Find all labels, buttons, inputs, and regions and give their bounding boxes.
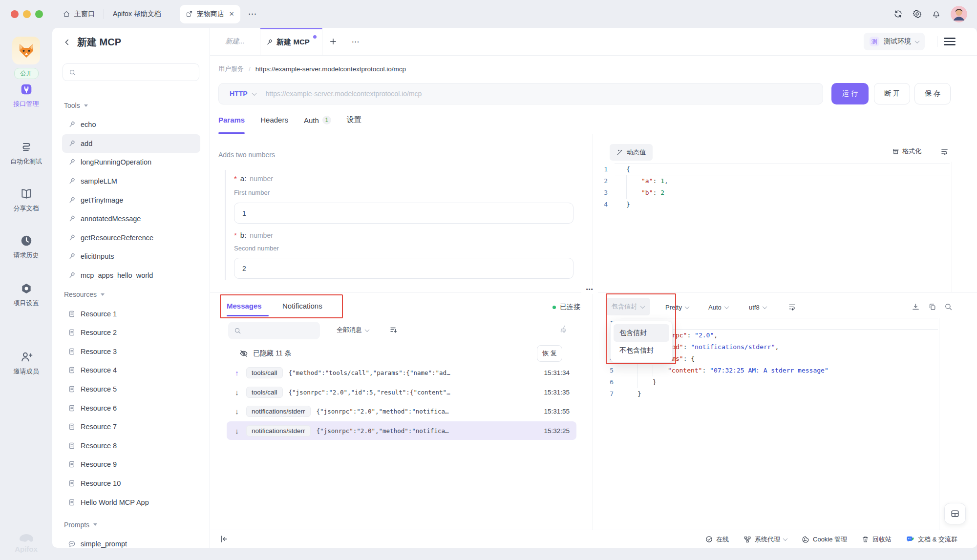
tree-search-input[interactable] bbox=[63, 63, 199, 81]
dynamic-value-button[interactable]: 动态值 bbox=[610, 144, 653, 161]
tab-params[interactable]: Params bbox=[218, 116, 245, 124]
field-b-input[interactable]: 2 bbox=[234, 258, 573, 279]
tab-messages[interactable]: Messages bbox=[227, 302, 262, 310]
tree-item[interactable]: elicitInputs bbox=[62, 247, 200, 266]
url-input[interactable]: HTTP https://example-server.modelcontext… bbox=[218, 83, 823, 104]
recycle-bin[interactable]: 回收站 bbox=[862, 535, 892, 544]
search-icon[interactable] bbox=[944, 303, 953, 311]
tree-item[interactable]: Resource 3 bbox=[62, 342, 200, 361]
charset-select[interactable]: utf8 bbox=[749, 304, 766, 311]
minimize-window-button[interactable] bbox=[23, 10, 31, 18]
home-tab[interactable]: 主窗口 bbox=[63, 10, 95, 19]
tree-item[interactable]: longRunningOperation bbox=[62, 153, 200, 172]
run-button[interactable]: 运 行 bbox=[831, 83, 869, 104]
tree-item[interactable]: Resource 10 bbox=[62, 474, 200, 493]
message-row[interactable]: ↓notifications/stderr{"jsonrpc":"2.0","m… bbox=[227, 421, 576, 440]
request-json-code[interactable]: 1{2"a": 1,3"b": 24} bbox=[593, 164, 950, 210]
tree-item[interactable]: mcp_apps_hello_world bbox=[62, 266, 200, 285]
close-tab-icon[interactable]: ✕ bbox=[229, 10, 234, 18]
field-a-input[interactable]: 1 bbox=[234, 203, 573, 224]
envelope-dropdown-button[interactable]: 包含信封 bbox=[606, 298, 650, 315]
tab-headers[interactable]: Headers bbox=[260, 116, 288, 124]
titlebar-more-button[interactable]: ⋯ bbox=[248, 9, 257, 19]
split-drag-handle[interactable]: ⋯ bbox=[581, 285, 598, 294]
dropdown-option[interactable]: 不包含信封 bbox=[614, 342, 669, 359]
maximize-window-button[interactable] bbox=[35, 10, 43, 18]
add-tab-button[interactable] bbox=[326, 35, 340, 48]
breadcrumb-root[interactable]: 用户服务 bbox=[218, 64, 244, 73]
collapse-left-icon[interactable] bbox=[220, 535, 229, 543]
tree-section-prompts[interactable]: Prompts bbox=[62, 515, 200, 535]
tree-item[interactable]: Resource 9 bbox=[62, 455, 200, 474]
word-wrap-icon[interactable] bbox=[940, 147, 949, 156]
tree-item[interactable]: annotatedMessage bbox=[62, 209, 200, 228]
message-row[interactable]: ↑tools/call{"method":"tools/call","param… bbox=[227, 363, 576, 382]
tab-auth[interactable]: Auth1 bbox=[304, 116, 331, 124]
sort-messages-icon[interactable] bbox=[389, 326, 398, 334]
help-doc-tab[interactable]: Apifox 帮助文档 bbox=[113, 10, 161, 19]
sidebar-item-api-manage[interactable]: 接口管理 bbox=[0, 83, 52, 108]
format-button[interactable]: 格式化 bbox=[892, 147, 921, 156]
copy-icon[interactable] bbox=[928, 303, 936, 311]
clear-messages-icon[interactable] bbox=[559, 325, 568, 334]
tree-item[interactable]: getResourceReference bbox=[62, 228, 200, 248]
save-button[interactable]: 保 存 bbox=[914, 83, 951, 104]
tree-item[interactable]: Resource 6 bbox=[62, 398, 200, 417]
tree-item[interactable]: getTinyImage bbox=[62, 190, 200, 209]
tree-item[interactable]: Hello World MCP App bbox=[62, 493, 200, 512]
encoding-select[interactable]: Auto bbox=[708, 304, 728, 311]
system-proxy[interactable]: 系统代理 bbox=[743, 535, 787, 544]
message-row[interactable]: ↓tools/call{"jsonrpc":"2.0","id":5,"resu… bbox=[227, 383, 576, 401]
layout-toggle-button[interactable] bbox=[944, 503, 966, 524]
tree-item[interactable]: Resource 1 bbox=[62, 304, 200, 323]
doc-tab-active[interactable]: 新建 MCP bbox=[260, 28, 322, 55]
message-row[interactable]: ↓notifications/stderr{"jsonrpc":"2.0","m… bbox=[227, 402, 576, 420]
doc-tab-new[interactable]: 新建... bbox=[210, 28, 260, 55]
browser-tab-petstore[interactable]: 宠物商店 ✕ bbox=[180, 5, 240, 23]
message-filter-select[interactable]: 全部消息 bbox=[337, 326, 369, 334]
messages-search-input[interactable] bbox=[228, 322, 320, 339]
tab-settings[interactable]: 设置 bbox=[347, 115, 361, 124]
sidebar-item-share-doc[interactable]: 分享文档 bbox=[0, 187, 52, 213]
cookie-manager[interactable]: Cookie 管理 bbox=[802, 535, 847, 544]
method-select[interactable]: HTTP bbox=[230, 90, 248, 98]
tree-item[interactable]: Resource 4 bbox=[62, 361, 200, 380]
breadcrumb-url[interactable]: https://example-server.modelcontextproto… bbox=[255, 65, 406, 73]
avatar[interactable] bbox=[951, 6, 967, 22]
sidebar-item-invite-member[interactable]: 邀请成员 bbox=[0, 351, 52, 376]
notifications-bell-icon[interactable] bbox=[932, 9, 941, 19]
tab-notifications[interactable]: Notifications bbox=[282, 302, 322, 310]
window-controls[interactable] bbox=[11, 10, 43, 18]
request-editor-scrollbar[interactable] bbox=[952, 162, 966, 292]
online-status[interactable]: 在线 bbox=[705, 535, 729, 544]
dropdown-option[interactable]: 包含信封 bbox=[614, 324, 669, 342]
close-window-button[interactable] bbox=[11, 10, 19, 18]
tree-item[interactable]: Resource 7 bbox=[62, 417, 200, 436]
pretty-select[interactable]: Pretty bbox=[665, 304, 689, 311]
tree-item[interactable]: Resource 8 bbox=[62, 436, 200, 456]
tree-item[interactable]: Resource 5 bbox=[62, 380, 200, 399]
sidebar-item-project-settings[interactable]: 项目设置 bbox=[0, 282, 52, 308]
tabbar-more-button[interactable]: ⋯ bbox=[349, 35, 362, 48]
disconnect-button[interactable]: 断 开 bbox=[874, 83, 910, 104]
sidebar-item-history[interactable]: 请求历史 bbox=[0, 234, 52, 260]
tree-section-resources[interactable]: Resources bbox=[62, 285, 200, 304]
settings-gear-icon[interactable] bbox=[913, 9, 922, 19]
docs-community[interactable]: 文档 & 交流群 bbox=[906, 535, 957, 544]
menu-hamburger-icon[interactable] bbox=[944, 36, 956, 47]
tree-section-tools[interactable]: Tools bbox=[62, 96, 200, 115]
restore-button[interactable]: 恢 复 bbox=[537, 345, 562, 362]
tree-item[interactable]: add bbox=[62, 134, 200, 153]
download-icon[interactable] bbox=[912, 303, 920, 311]
tree-item[interactable]: Resource 2 bbox=[62, 323, 200, 342]
word-wrap-icon[interactable] bbox=[788, 303, 796, 311]
tree-item[interactable]: sampleLLM bbox=[62, 172, 200, 191]
environment-selector[interactable]: 测 测试环境 bbox=[864, 33, 925, 50]
sync-icon[interactable] bbox=[893, 9, 903, 19]
project-logo[interactable] bbox=[12, 37, 40, 64]
sidebar-item-automation[interactable]: 自动化测试 bbox=[0, 141, 52, 166]
tree-item[interactable]: echo bbox=[62, 115, 200, 134]
tree-item[interactable]: simple_prompt bbox=[62, 535, 200, 548]
response-editor-scrollbar[interactable] bbox=[939, 318, 954, 530]
back-chevron-icon[interactable] bbox=[63, 38, 71, 46]
